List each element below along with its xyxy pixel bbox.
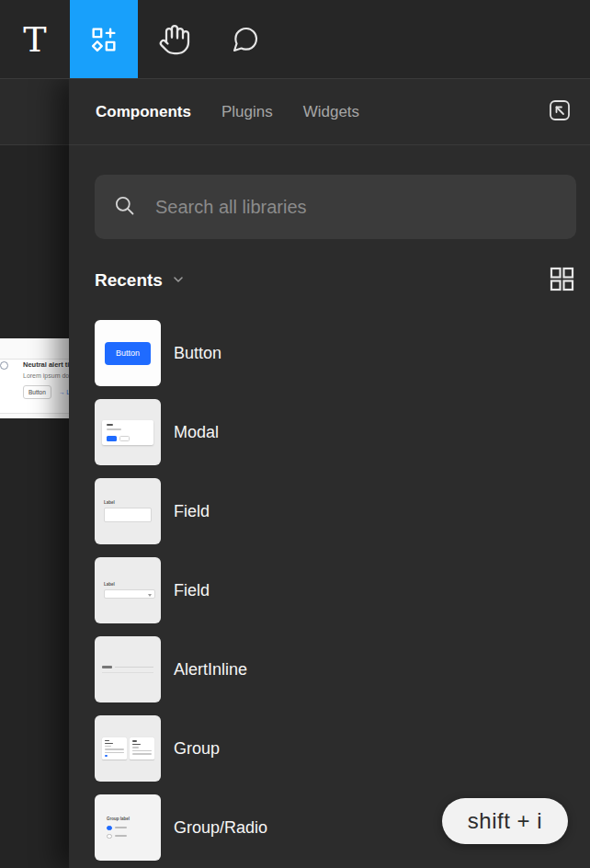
canvas-area: Neutral alert title Lorem ipsum dolor am… (0, 79, 69, 868)
component-label: AlertInline (174, 660, 247, 680)
canvas-viewport[interactable]: Neutral alert title Lorem ipsum dolor am… (0, 145, 69, 868)
recents-header: Recents (95, 265, 575, 296)
recents-title: Recents (95, 270, 163, 291)
alert-title: Neutral alert title (23, 360, 69, 369)
mini-alert-text-line (115, 667, 153, 668)
mini-field: Label (104, 500, 152, 522)
component-thumbnail (95, 715, 161, 782)
mini-blue-dot (105, 755, 108, 757)
component-list-item[interactable]: Button Button (95, 320, 575, 386)
grid-view-button[interactable] (548, 267, 575, 294)
hand-tool-icon (158, 23, 191, 56)
component-label: Group (174, 739, 220, 759)
mini-button: Button (105, 342, 151, 365)
component-thumbnail: Label (95, 478, 161, 544)
panel-tabs: Components Plugins Widgets (69, 79, 590, 145)
component-label: Field (174, 502, 210, 521)
component-list-item[interactable]: Label Field (95, 478, 575, 544)
text-tool-button[interactable]: T (0, 0, 70, 78)
mini-alert-title-line (102, 666, 112, 668)
tab-components[interactable]: Components (96, 103, 191, 121)
collapse-panel-button[interactable] (544, 97, 575, 128)
mini-modal-buttons (107, 436, 149, 441)
alert-info-icon (0, 361, 8, 370)
canvas-alert-frame[interactable]: Neutral alert title Lorem ipsum dolor am… (0, 338, 69, 418)
component-thumbnail: Label (95, 557, 161, 623)
mini-radio-selected (107, 826, 112, 831)
figma-window: T (0, 0, 590, 868)
search-input[interactable] (155, 197, 559, 218)
component-thumbnail: Group label (95, 794, 161, 861)
arrow-up-left-icon (545, 96, 574, 129)
mini-title-line (107, 424, 113, 426)
tab-plugins[interactable]: Plugins (221, 103, 273, 121)
comment-tool-button[interactable] (211, 0, 279, 78)
search-icon (112, 193, 137, 222)
grid-view-icon (549, 266, 575, 296)
mini-group-label: Group label (107, 817, 149, 822)
mini-radio-option (107, 834, 149, 839)
mini-input (104, 589, 155, 599)
component-label: Modal (174, 423, 219, 442)
mini-field: Label (104, 582, 152, 599)
component-thumbnail (95, 399, 161, 465)
toolbar: T (0, 0, 590, 79)
component-list-item[interactable]: Group (95, 715, 575, 782)
keyboard-shortcut-hint: shift + i (442, 798, 568, 844)
hand-tool-button[interactable] (138, 0, 211, 78)
mini-alert (102, 666, 153, 673)
comment-bubble-icon (231, 25, 260, 54)
tab-widgets[interactable]: Widgets (303, 103, 359, 121)
component-thumbnail (95, 636, 161, 702)
mini-group (102, 737, 154, 760)
mini-alert-text-line-2 (102, 672, 153, 674)
mini-field-label: Label (104, 582, 152, 588)
component-list-item[interactable]: Label Field (95, 557, 575, 623)
search-bar[interactable] (95, 175, 576, 239)
mini-radio-unselected (107, 834, 112, 839)
mini-input (104, 508, 152, 522)
alert-link: → Link text (59, 389, 69, 395)
text-tool-icon: T (23, 22, 46, 57)
mini-card (130, 737, 154, 760)
left-sidebar-strip (0, 79, 69, 145)
mini-alert-row (102, 666, 153, 668)
component-thumbnail: Button (95, 320, 161, 386)
component-list: Button Button Modal Label Field Label Fi… (95, 320, 575, 868)
mini-primary-button (107, 436, 117, 441)
component-list-item[interactable]: Modal (95, 399, 575, 465)
mini-secondary-button (119, 436, 130, 441)
alert-button: Button (23, 385, 51, 399)
mini-text-line (107, 428, 121, 430)
component-label: Group/Radio (174, 818, 267, 838)
component-label: Field (174, 581, 210, 600)
chevron-down-icon (172, 270, 185, 291)
assets-tool-button[interactable] (70, 0, 138, 78)
components-panel: Components Plugins Widgets (69, 79, 590, 868)
mini-card (102, 737, 127, 760)
assets-tool-icon (88, 24, 119, 55)
mini-radio-option (107, 826, 149, 831)
component-label: Button (174, 344, 221, 363)
shortcut-text: shift + i (468, 808, 542, 834)
mini-radio-group: Group label (107, 817, 149, 839)
component-list-item[interactable]: AlertInline (95, 636, 575, 702)
recents-dropdown[interactable]: Recents (95, 270, 185, 291)
mini-field-label: Label (104, 500, 152, 506)
alert-body-text: Lorem ipsum dolor amet consect (23, 372, 69, 379)
mini-modal (102, 420, 153, 445)
